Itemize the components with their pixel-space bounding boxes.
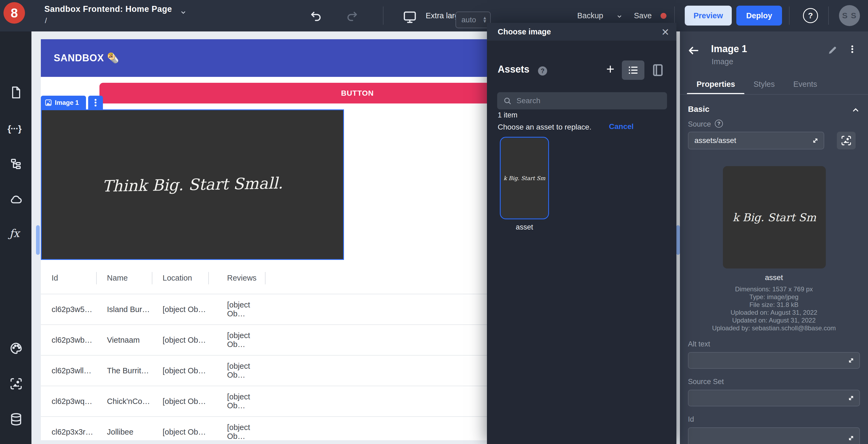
add-asset-button[interactable]: +	[606, 61, 614, 77]
column-header: Id	[41, 262, 97, 294]
chevron-down-icon[interactable]	[616, 13, 623, 20]
source-set-field[interactable]	[688, 390, 860, 406]
inspector-title: Image 1	[711, 43, 747, 55]
width-stepper[interactable]: auto ▲▼	[456, 11, 491, 28]
asset-name: asset	[500, 223, 549, 231]
canvas-resize-handle-left[interactable]	[36, 225, 40, 255]
cell-reviews: [object Ob…	[209, 331, 266, 349]
id-field[interactable]	[688, 427, 860, 444]
inspector-panel: Image 1 Image Properties Styles Events B…	[680, 31, 868, 444]
kebab-menu-icon[interactable]	[851, 44, 853, 54]
cell-name: Jollibee	[97, 427, 152, 437]
tab-events[interactable]: Events	[793, 80, 817, 89]
element-menu-button[interactable]	[88, 96, 103, 109]
list-view-toggle[interactable]	[622, 61, 644, 80]
cell-id: cl62p3x3r…	[41, 427, 97, 437]
database-icon[interactable]	[9, 413, 23, 426]
tab-properties[interactable]: Properties	[696, 80, 735, 89]
choose-image-button[interactable]	[837, 132, 856, 150]
cell-reviews: [object Ob…	[209, 423, 266, 440]
pages-icon[interactable]	[9, 86, 22, 99]
deploy-button[interactable]: Deploy	[736, 6, 782, 26]
column-header: Name	[97, 262, 152, 294]
source-help-icon[interactable]: ?	[715, 120, 723, 128]
help-icon[interactable]: ?	[803, 8, 818, 23]
component-tree-icon[interactable]	[9, 157, 22, 170]
meta-type: Type: image/jpeg	[680, 293, 868, 301]
cell-location: [object Ob…	[152, 366, 209, 375]
stepper-arrows[interactable]: ▲▼	[481, 17, 490, 23]
asset-search[interactable]	[497, 92, 667, 109]
app-logo[interactable]: 8	[3, 2, 25, 24]
chevron-down-icon[interactable]	[180, 9, 187, 16]
avatar[interactable]: S S	[839, 5, 860, 26]
theme-palette-icon[interactable]	[9, 342, 23, 355]
alt-text-field[interactable]	[688, 352, 860, 369]
site-title: SANDBOX 🌯	[54, 53, 119, 64]
expand-icon[interactable]	[847, 394, 855, 402]
edit-pencil-icon[interactable]	[827, 45, 838, 56]
source-label: Source	[688, 120, 711, 128]
preview-button[interactable]: Preview	[685, 6, 732, 26]
cloud-icon[interactable]	[9, 193, 23, 206]
page-title[interactable]: Sandbox Frontend: Home Page	[44, 4, 172, 14]
alt-text-input[interactable]	[688, 356, 847, 365]
meta-uploaded-on: Uploaded on: August 31, 2022	[680, 309, 868, 316]
id-input[interactable]	[688, 434, 847, 442]
backup-menu[interactable]: Backup	[577, 11, 603, 20]
expand-icon[interactable]	[847, 356, 855, 364]
cell-id: cl62p3wq…	[41, 397, 97, 406]
meta-dimensions: Dimensions: 1537 x 769 px	[680, 285, 868, 293]
cell-id: cl62p3wll…	[41, 366, 97, 375]
assets-help-icon[interactable]: ?	[538, 66, 547, 75]
source-field[interactable]	[688, 132, 824, 150]
source-set-input[interactable]	[688, 394, 847, 402]
redo-icon[interactable]	[346, 10, 359, 23]
selected-element-badge[interactable]: Image 1	[41, 96, 86, 109]
expand-icon[interactable]	[847, 434, 855, 442]
expand-icon[interactable]	[811, 136, 819, 145]
meta-uploaded-by: Uploaded by: sebastian.scholl@8base.com	[680, 324, 868, 332]
save-button[interactable]: Save	[634, 11, 652, 20]
page-button-label: BUTTON	[341, 89, 374, 98]
source-input[interactable]	[688, 136, 811, 145]
back-arrow-icon[interactable]	[687, 44, 700, 57]
divider	[789, 6, 789, 25]
divider	[674, 6, 675, 25]
image-element-text: Think Big. Start Small.	[102, 174, 283, 195]
cell-location: [object Ob…	[152, 397, 209, 406]
assets-icon[interactable]	[9, 377, 23, 390]
item-count: 1 item	[498, 111, 518, 119]
asset-caption: asset	[680, 273, 868, 282]
column-header: Reviews	[209, 262, 266, 294]
asset-thumbnail: k Big. Start Sm	[502, 139, 547, 217]
divider	[828, 6, 829, 25]
undo-icon[interactable]	[310, 10, 322, 23]
monitor-icon[interactable]	[403, 10, 417, 24]
code-icon[interactable]: {···}	[7, 123, 21, 134]
functions-icon[interactable]: ƒx	[9, 227, 19, 240]
cancel-link[interactable]: Cancel	[609, 122, 634, 131]
choose-image-panel: Choose image ✕ Assets ? + 1 item Choose …	[487, 23, 676, 444]
asset-card[interactable]: k Big. Start Sm	[500, 137, 549, 219]
cell-reviews: [object Ob…	[209, 300, 266, 318]
source-set-label: Source Set	[688, 378, 724, 386]
image-element[interactable]: Think Big. Start Small.	[41, 109, 344, 260]
selected-element-label: Image 1	[55, 99, 79, 106]
image-icon	[44, 99, 52, 106]
canvas-resize-handle-right[interactable]	[676, 225, 680, 255]
card-view-toggle[interactable]	[651, 63, 665, 77]
chevron-up-icon[interactable]	[851, 106, 860, 114]
close-icon[interactable]: ✕	[661, 27, 670, 38]
tab-styles[interactable]: Styles	[753, 80, 775, 89]
cell-location: [object Ob…	[152, 336, 209, 345]
divider	[383, 6, 383, 25]
cell-name: Vietnaam	[97, 336, 152, 345]
divider	[680, 94, 868, 95]
meta-filesize: File size: 31.8 kB	[680, 301, 868, 309]
column-header: Location	[152, 262, 209, 294]
width-value[interactable]: auto	[456, 15, 481, 24]
cell-reviews: [object Ob…	[209, 392, 266, 410]
search-input[interactable]	[512, 92, 667, 109]
list-icon	[627, 64, 639, 76]
